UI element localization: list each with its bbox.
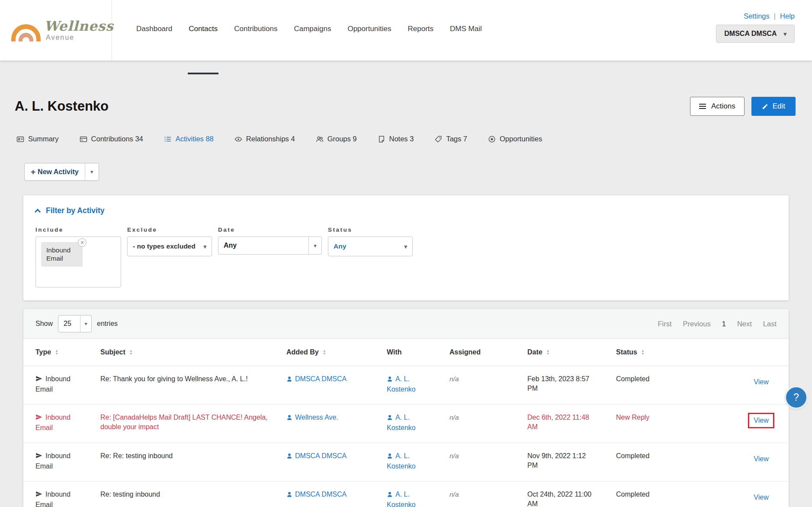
with-link[interactable]: A. L. Kostenko bbox=[387, 375, 416, 393]
settings-link[interactable]: Settings bbox=[744, 12, 770, 20]
chevron-down-icon: ▾ bbox=[80, 316, 91, 332]
activities-table-panel: Show 25 ▾ entries First Previous 1 Next … bbox=[23, 309, 789, 507]
account-menu-button[interactable]: DMSCA DMSCA ▾ bbox=[716, 25, 795, 43]
tab-contributions[interactable]: Contributions 34 bbox=[80, 135, 143, 143]
with-link[interactable]: A. L. Kostenko bbox=[387, 414, 416, 431]
chevron-down-icon: ▾ bbox=[90, 169, 93, 175]
chevron-down-icon[interactable]: ▾ bbox=[308, 237, 321, 254]
view-link[interactable]: View bbox=[754, 494, 768, 501]
nav-item-dms-mail[interactable]: DMS Mail bbox=[450, 25, 482, 61]
activity-date: Nov 9th, 2022 1:12 PM bbox=[527, 451, 616, 470]
column-header-status[interactable]: Status ▲▼ bbox=[616, 348, 746, 356]
person-icon bbox=[387, 375, 393, 385]
view-link[interactable]: View bbox=[754, 417, 768, 424]
activity-with: A. L. Kostenko bbox=[387, 374, 449, 394]
new-activity-button[interactable]: + New Activity bbox=[25, 163, 85, 180]
list-icon bbox=[164, 135, 172, 143]
nav-item-contributions[interactable]: Contributions bbox=[234, 25, 277, 61]
column-header-subject[interactable]: Subject ▲▼ bbox=[100, 348, 286, 356]
plus-icon: + bbox=[31, 167, 35, 177]
actions-button[interactable]: Actions bbox=[690, 97, 745, 116]
activity-added-by: DMSCA DMSCA bbox=[286, 451, 387, 462]
nav-item-contacts[interactable]: Contacts bbox=[189, 25, 218, 61]
sort-icon[interactable]: ▲▼ bbox=[129, 349, 133, 355]
page-size-select[interactable]: 25 ▾ bbox=[58, 315, 92, 332]
exclude-select[interactable]: - no types excluded ▾ bbox=[127, 236, 212, 256]
column-header-type[interactable]: Type ▲▼ bbox=[35, 348, 100, 356]
date-label: Date bbox=[218, 226, 322, 233]
tab-notes[interactable]: Notes 3 bbox=[378, 135, 414, 143]
table-body: Inbound Email Re: Thank you for giving t… bbox=[23, 366, 789, 507]
help-float-button[interactable]: ? bbox=[786, 387, 806, 408]
sort-icon[interactable]: ▲▼ bbox=[641, 349, 645, 355]
added-by-link[interactable]: DMSCA DMSCA bbox=[286, 452, 347, 459]
app-header: Wellness Avenue Dashboard Contacts Contr… bbox=[0, 0, 812, 61]
edit-label: Edit bbox=[773, 102, 785, 111]
tab-summary[interactable]: Summary bbox=[16, 135, 59, 143]
target-icon bbox=[488, 135, 496, 143]
date-select[interactable]: Any ▾ bbox=[218, 236, 322, 255]
column-header-assigned: Assigned bbox=[449, 348, 527, 356]
view-link[interactable]: View bbox=[754, 378, 768, 386]
sort-icon[interactable]: ▲▼ bbox=[55, 349, 58, 355]
activity-with: A. L. Kostenko bbox=[387, 413, 449, 432]
sort-icon[interactable]: ▲▼ bbox=[546, 349, 550, 355]
activity-added-by: DMSCA DMSCA bbox=[286, 490, 387, 500]
nav-item-dashboard[interactable]: Dashboard bbox=[136, 25, 172, 61]
nav-item-opportunities[interactable]: Opportunities bbox=[347, 25, 391, 61]
activity-added-by: DMSCA DMSCA bbox=[286, 374, 387, 385]
table-row: Inbound Email Re: [CanadaHelps Mail Draf… bbox=[23, 405, 789, 443]
added-by-link[interactable]: DMSCA DMSCA bbox=[286, 491, 347, 498]
hamburger-icon bbox=[699, 103, 706, 109]
with-link[interactable]: A. L. Kostenko bbox=[387, 491, 416, 507]
activity-view-cell: View bbox=[746, 490, 777, 505]
activity-assigned: n/a bbox=[449, 451, 527, 461]
activity-subject: Re: Thank you for giving to Wellness Ave… bbox=[100, 374, 286, 384]
main-nav: Dashboard Contacts Contributions Campaig… bbox=[136, 0, 482, 61]
brand-logo: Wellness Avenue bbox=[0, 0, 112, 61]
tab-opportunities[interactable]: Opportunities bbox=[488, 135, 542, 143]
person-icon bbox=[286, 375, 292, 385]
new-activity-dropdown-toggle[interactable]: ▾ bbox=[85, 163, 99, 180]
pagination-previous[interactable]: Previous bbox=[683, 320, 710, 328]
view-link[interactable]: View bbox=[754, 455, 768, 462]
include-tag: Inbound Email × bbox=[41, 242, 83, 267]
with-link[interactable]: A. L. Kostenko bbox=[387, 452, 416, 470]
status-label: Status bbox=[328, 226, 413, 233]
nav-item-reports[interactable]: Reports bbox=[408, 25, 434, 61]
paper-plane-icon bbox=[35, 375, 42, 385]
paper-plane-icon bbox=[35, 491, 42, 500]
entries-label: entries bbox=[97, 320, 118, 328]
include-multiselect[interactable]: Inbound Email × bbox=[35, 236, 121, 287]
status-select[interactable]: Any ▾ bbox=[328, 236, 413, 256]
pagination-next[interactable]: Next bbox=[737, 320, 752, 328]
pagination: First Previous 1 Next Last bbox=[658, 320, 777, 328]
added-by-link[interactable]: Wellness Ave. bbox=[286, 414, 338, 421]
filter-panel-toggle[interactable]: Filter by Activity bbox=[23, 206, 789, 215]
activity-subject: Re: [CanadaHelps Mail Draft] LAST CHANCE… bbox=[100, 413, 286, 431]
sort-icon[interactable]: ▲▼ bbox=[323, 349, 326, 355]
column-header-added-by[interactable]: Added By ▲▼ bbox=[286, 348, 387, 356]
pagination-last[interactable]: Last bbox=[763, 320, 777, 328]
activity-date: Oct 24th, 2022 11:00 AM bbox=[527, 490, 616, 507]
added-by-link[interactable]: DMSCA DMSCA bbox=[286, 375, 347, 383]
include-label: Include bbox=[35, 226, 121, 233]
tab-relationships[interactable]: Relationships 4 bbox=[234, 135, 295, 143]
remove-tag-icon[interactable]: × bbox=[78, 238, 87, 247]
tab-activities[interactable]: Activities 88 bbox=[164, 135, 214, 143]
chevron-down-icon: ▾ bbox=[404, 243, 407, 250]
edit-button[interactable]: Edit bbox=[751, 97, 796, 116]
pagination-first[interactable]: First bbox=[658, 320, 671, 328]
tab-groups[interactable]: Groups 9 bbox=[316, 135, 357, 143]
tab-tags[interactable]: Tags 7 bbox=[434, 135, 467, 143]
help-link[interactable]: Help bbox=[780, 12, 795, 20]
column-header-date[interactable]: Date ▲▼ bbox=[527, 348, 616, 356]
nav-item-campaigns[interactable]: Campaigns bbox=[294, 25, 331, 61]
activity-subject: Re: testing inbound bbox=[100, 490, 286, 499]
activity-assigned: n/a bbox=[449, 413, 527, 422]
column-header-with: With bbox=[387, 348, 449, 356]
activity-view-cell: View bbox=[746, 451, 777, 467]
pagination-page-1[interactable]: 1 bbox=[722, 320, 726, 328]
table-header-row: Type ▲▼ Subject ▲▼ Added By ▲▼ With Assi… bbox=[23, 339, 789, 366]
person-icon bbox=[286, 452, 292, 462]
